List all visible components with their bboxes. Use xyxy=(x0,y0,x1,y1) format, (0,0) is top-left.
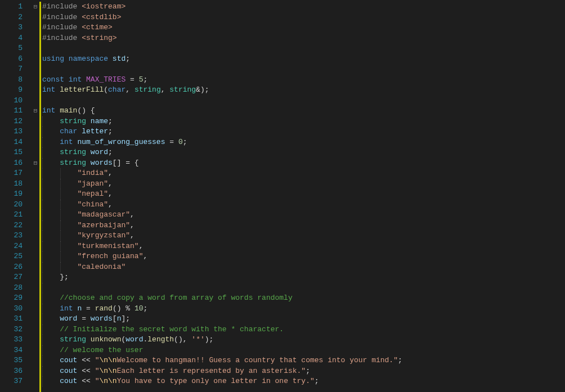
token-plain: , xyxy=(130,221,134,229)
code-line[interactable]: "china", xyxy=(42,200,565,210)
token-string: "caledonia" xyxy=(77,263,125,271)
token-plain xyxy=(42,159,60,167)
code-line[interactable]: const int MAX_TRIES = 5; xyxy=(42,75,565,85)
line-number: 33 xyxy=(0,335,32,345)
code-line[interactable]: #include <string> xyxy=(42,33,565,44)
token-plain: ; xyxy=(144,304,148,313)
indent-guide xyxy=(42,158,43,169)
token-macro: MAX_TRIES xyxy=(86,75,125,84)
code-line[interactable] xyxy=(42,64,565,75)
token-class: string xyxy=(60,159,86,167)
token-class: string xyxy=(60,117,86,125)
token-plain xyxy=(86,335,91,344)
indent-guide xyxy=(42,335,43,345)
code-line[interactable]: // Initialize the secret word with the *… xyxy=(42,325,565,335)
token-class: string xyxy=(60,335,86,344)
code-line[interactable]: "japan", xyxy=(42,179,565,190)
line-number: 3 xyxy=(0,22,32,33)
token-plain: (), xyxy=(174,335,191,344)
code-line[interactable]: string name; xyxy=(42,116,565,127)
token-keyword: const xyxy=(42,75,64,84)
fold-toggle-icon[interactable]: ⊟ xyxy=(32,106,39,116)
code-line[interactable]: cout << "\n\nYou have to type only one l… xyxy=(42,376,565,387)
code-line[interactable]: "india", xyxy=(42,168,565,179)
code-line[interactable]: #include <ctime> xyxy=(42,22,565,33)
code-line[interactable]: string unknown(word.length(), '*'); xyxy=(42,335,565,345)
token-plain: &); xyxy=(196,85,209,94)
code-line[interactable]: int main() { xyxy=(42,106,565,116)
code-line[interactable] xyxy=(42,96,565,106)
code-line[interactable]: int num_of_wrong_guesses = 0; xyxy=(42,137,565,148)
token-type: int xyxy=(60,138,73,146)
code-line[interactable]: cout << "\n\nWelcome to hangman!! Guess … xyxy=(42,355,565,366)
token-num: 0 xyxy=(178,138,183,146)
indent-guide xyxy=(42,200,43,210)
fold-toggle-icon[interactable]: ⊟ xyxy=(32,2,39,12)
fold-spacer xyxy=(32,355,39,366)
code-line[interactable]: "azerbaijan", xyxy=(42,220,565,231)
code-line[interactable]: using namespace std; xyxy=(42,54,565,65)
code-line[interactable]: int n = rand() % 10; xyxy=(42,304,565,314)
line-number: 5 xyxy=(0,43,32,54)
token-num: 10 xyxy=(134,304,144,313)
fold-spacer xyxy=(32,241,39,252)
indent-guide xyxy=(60,231,61,241)
token-plain xyxy=(42,138,60,146)
fold-spacer xyxy=(32,64,39,75)
fold-spacer xyxy=(32,75,39,85)
fold-spacer xyxy=(32,210,39,220)
code-line[interactable]: #include <iostream> xyxy=(42,2,565,12)
token-var: words xyxy=(91,314,113,323)
code-line[interactable]: "turkmenistan", xyxy=(42,241,565,252)
token-string: Welcome to hangman!! Guess a country tha… xyxy=(117,356,398,364)
fold-spacer xyxy=(32,189,39,200)
token-var: cout xyxy=(60,367,77,375)
code-line[interactable]: // welcome the user xyxy=(42,345,565,356)
token-plain: , xyxy=(108,179,113,188)
code-line[interactable]: "nepal", xyxy=(42,189,565,200)
token-comment: // Initialize the secret word with the *… xyxy=(60,325,284,334)
code-line[interactable]: "french guiana", xyxy=(42,251,565,262)
token-plain: () { xyxy=(77,106,95,115)
code-line[interactable] xyxy=(42,43,565,54)
indent-guide xyxy=(42,168,43,179)
code-line[interactable]: #include <cstdlib> xyxy=(42,12,565,23)
token-plain xyxy=(42,346,60,354)
code-line[interactable] xyxy=(42,283,565,294)
code-line[interactable]: int letterFill(char, string, string&); xyxy=(42,85,565,96)
code-editor: 1234567891011121314151617181920212223242… xyxy=(0,0,565,392)
line-number: 31 xyxy=(0,314,32,325)
code-line[interactable]: "madagascar", xyxy=(42,210,565,220)
code-text-area[interactable]: #include <iostream>#include <cstdlib>#in… xyxy=(41,0,565,392)
code-line[interactable]: "caledonia" xyxy=(42,262,565,273)
token-string: "turkmenistan" xyxy=(77,242,138,250)
code-line[interactable]: }; xyxy=(42,272,565,283)
token-string: "japan" xyxy=(77,179,108,188)
token-ident: letterFill xyxy=(60,85,104,94)
token-ident: unknown xyxy=(91,335,122,344)
token-preproc: #include xyxy=(42,23,82,31)
token-esc: \n\n xyxy=(99,367,116,375)
fold-toggle-icon[interactable]: ⊟ xyxy=(32,158,39,169)
code-line[interactable]: char letter; xyxy=(42,127,565,137)
token-plain xyxy=(42,127,60,136)
code-line[interactable]: //choose and copy a word from array of w… xyxy=(42,293,565,304)
token-plain: = xyxy=(77,314,90,323)
code-line[interactable]: word = words[n]; xyxy=(42,314,565,325)
fold-spacer xyxy=(32,116,39,127)
token-plain xyxy=(42,325,60,334)
code-line[interactable]: "kyrgyzstan", xyxy=(42,231,565,241)
code-line[interactable]: string word; xyxy=(42,147,565,158)
code-line[interactable]: string words[] = { xyxy=(42,158,565,169)
token-plain: , xyxy=(125,85,134,94)
token-comment: //choose and copy a word from array of w… xyxy=(60,294,292,302)
token-plain: , xyxy=(108,200,113,209)
line-number: 24 xyxy=(0,241,32,252)
code-line[interactable]: cout << "\n\nEach letter is represented … xyxy=(42,366,565,377)
token-keyword: namespace xyxy=(69,55,108,63)
token-plain: ]; xyxy=(121,314,130,323)
indent-guide xyxy=(42,262,43,273)
line-number: 4 xyxy=(0,33,32,44)
token-plain: ; xyxy=(108,148,113,156)
line-number: 21 xyxy=(0,210,32,220)
